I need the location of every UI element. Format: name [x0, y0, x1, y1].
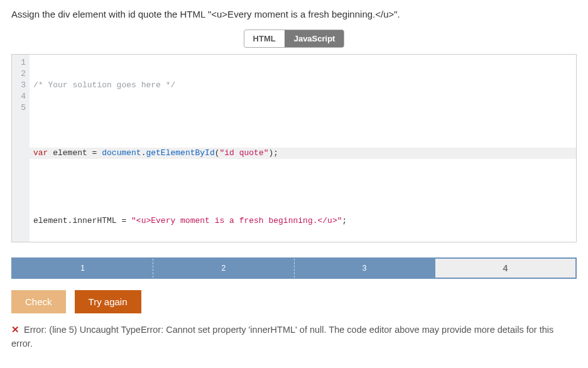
code-line-3: var element = document.getElementById("i…	[30, 148, 576, 159]
code-area[interactable]: /* Your solution goes here */ var elemen…	[30, 55, 576, 242]
tab-javascript[interactable]: JavaScript	[285, 30, 345, 48]
line-number: 5	[14, 102, 26, 114]
step-3[interactable]: 3	[295, 259, 435, 278]
line-number: 3	[14, 80, 26, 91]
line-number: 2	[14, 68, 26, 80]
step-2[interactable]: 2	[153, 259, 294, 278]
code-line-2	[33, 114, 572, 125]
error-text: Error: (line 5) Uncaught TypeError: Cann…	[11, 325, 553, 349]
line-number: 1	[14, 57, 26, 68]
code-editor[interactable]: 1 2 3 4 5 /* Your solution goes here */ …	[11, 54, 577, 242]
step-4[interactable]: 4	[434, 257, 577, 279]
code-line-4	[33, 181, 572, 193]
code-line-5: element.innerHTML = "<u>Every moment is …	[33, 215, 572, 227]
tab-group: HTML JavaScript	[244, 30, 345, 48]
tab-row: HTML JavaScript	[11, 30, 577, 48]
button-row: Check Try again	[11, 290, 577, 313]
editor-gutter: 1 2 3 4 5	[12, 55, 30, 242]
step-nav: 1 2 3 4	[11, 257, 577, 279]
line-number: 4	[14, 91, 26, 102]
step-1[interactable]: 1	[13, 259, 153, 278]
tab-html[interactable]: HTML	[244, 30, 285, 48]
check-button[interactable]: Check	[11, 290, 66, 313]
instruction-text: Assign the div element with id quote the…	[11, 8, 577, 21]
try-again-button[interactable]: Try again	[75, 290, 141, 313]
code-line-1: /* Your solution goes here */	[33, 80, 572, 91]
error-message: ✕ Error: (line 5) Uncaught TypeError: Ca…	[11, 323, 577, 351]
error-x-icon: ✕	[11, 325, 19, 335]
